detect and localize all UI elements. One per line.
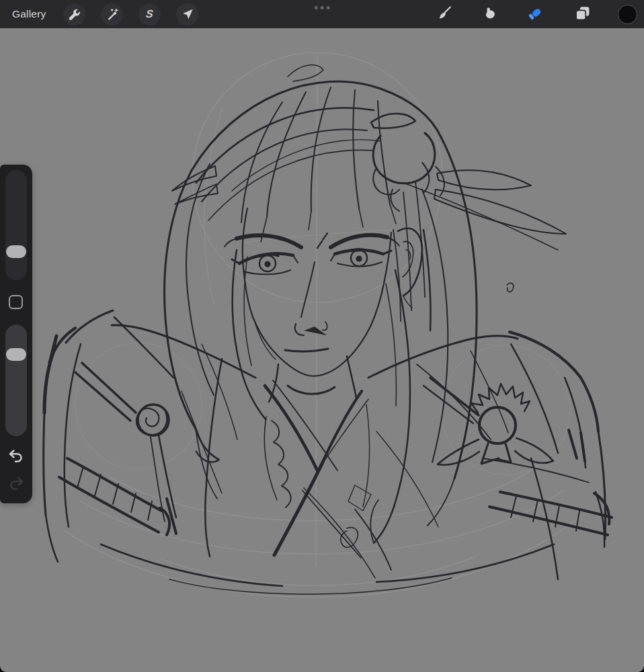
layers-icon <box>574 5 591 24</box>
brush-sidebar <box>0 165 32 503</box>
paint-tool-button[interactable] <box>435 5 452 23</box>
transform-arrow-icon <box>181 7 194 21</box>
magic-wand-icon <box>105 7 119 22</box>
redo-arrow-icon <box>7 476 25 495</box>
drawing-canvas[interactable] <box>0 28 644 672</box>
wrench-icon <box>67 7 81 22</box>
eraser-icon <box>527 4 545 25</box>
undo-arrow-icon <box>7 448 25 467</box>
selection-s-icon: S <box>145 9 153 19</box>
color-swatch[interactable] <box>618 5 637 24</box>
modify-button[interactable] <box>9 295 23 309</box>
actions-button[interactable] <box>63 3 85 26</box>
opacity-slider[interactable] <box>5 325 27 436</box>
erase-tool-button[interactable] <box>527 5 545 23</box>
top-toolbar: Gallery S <box>0 0 644 28</box>
undo-button[interactable] <box>7 449 25 466</box>
adjustments-button[interactable] <box>101 3 123 26</box>
smudge-icon <box>481 5 498 24</box>
opacity-handle[interactable] <box>6 348 26 361</box>
selection-button[interactable]: S <box>138 3 161 26</box>
gallery-button[interactable]: Gallery <box>12 0 46 28</box>
smudge-tool-button[interactable] <box>481 5 498 23</box>
brush-size-handle[interactable] <box>6 245 26 258</box>
redo-button[interactable] <box>7 476 25 494</box>
more-options-handle[interactable] <box>315 6 330 9</box>
brush-icon <box>436 5 452 24</box>
brush-size-slider[interactable] <box>5 170 27 280</box>
canvas-sketch <box>0 28 644 672</box>
transform-button[interactable] <box>176 3 198 26</box>
layers-button[interactable] <box>573 5 591 23</box>
